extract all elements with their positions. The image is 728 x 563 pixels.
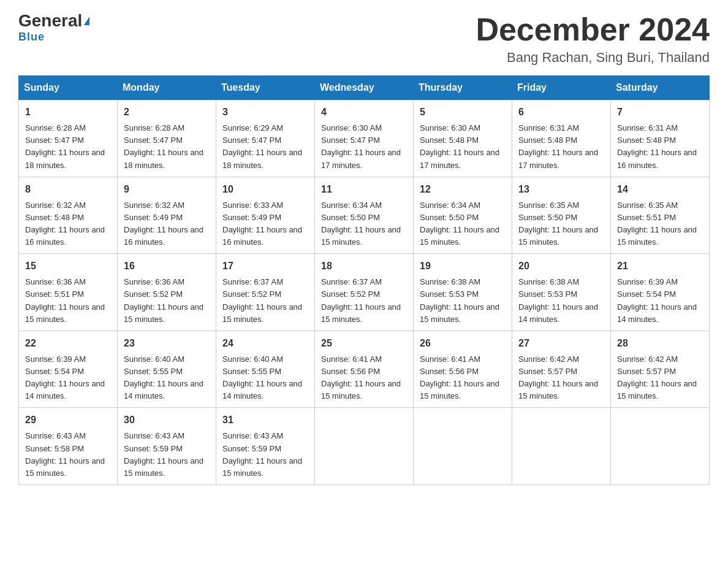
day-info: Sunrise: 6:39 AMSunset: 5:54 PMDaylight:… (617, 277, 697, 323)
calendar-cell: 1 Sunrise: 6:28 AMSunset: 5:47 PMDayligh… (19, 100, 118, 177)
calendar-cell: 15 Sunrise: 6:36 AMSunset: 5:51 PMDaylig… (19, 254, 118, 331)
col-monday: Monday (118, 76, 216, 100)
day-info: Sunrise: 6:43 AMSunset: 5:59 PMDaylight:… (222, 431, 302, 477)
calendar-cell: 16 Sunrise: 6:36 AMSunset: 5:52 PMDaylig… (118, 254, 216, 331)
calendar-cell (512, 408, 611, 485)
calendar-cell: 27 Sunrise: 6:42 AMSunset: 5:57 PMDaylig… (512, 331, 611, 408)
calendar-cell: 14 Sunrise: 6:35 AMSunset: 5:51 PMDaylig… (611, 177, 710, 254)
day-number: 19 (420, 259, 506, 274)
calendar-cell: 28 Sunrise: 6:42 AMSunset: 5:57 PMDaylig… (611, 331, 710, 408)
day-number: 7 (617, 105, 703, 120)
location-subtitle: Bang Rachan, Sing Buri, Thailand (476, 50, 710, 66)
day-number: 12 (420, 182, 506, 197)
title-area: December 2024 Bang Rachan, Sing Buri, Th… (476, 12, 710, 66)
day-number: 31 (222, 413, 308, 427)
day-number: 25 (321, 336, 407, 351)
day-number: 24 (222, 336, 308, 351)
calendar-cell: 4 Sunrise: 6:30 AMSunset: 5:47 PMDayligh… (315, 100, 414, 177)
col-friday: Friday (512, 76, 611, 100)
day-info: Sunrise: 6:42 AMSunset: 5:57 PMDaylight:… (617, 354, 697, 400)
day-number: 28 (617, 336, 703, 351)
day-info: Sunrise: 6:30 AMSunset: 5:48 PMDaylight:… (420, 123, 499, 169)
calendar-cell: 24 Sunrise: 6:40 AMSunset: 5:55 PMDaylig… (216, 331, 315, 408)
day-info: Sunrise: 6:28 AMSunset: 5:47 PMDaylight:… (25, 123, 105, 169)
calendar-cell: 18 Sunrise: 6:37 AMSunset: 5:52 PMDaylig… (315, 254, 414, 331)
day-info: Sunrise: 6:43 AMSunset: 5:59 PMDaylight:… (124, 431, 203, 477)
day-number: 5 (420, 105, 506, 120)
calendar-cell: 22 Sunrise: 6:39 AMSunset: 5:54 PMDaylig… (19, 331, 118, 408)
calendar-cell (315, 408, 414, 485)
day-info: Sunrise: 6:33 AMSunset: 5:49 PMDaylight:… (222, 201, 302, 247)
calendar-cell: 25 Sunrise: 6:41 AMSunset: 5:56 PMDaylig… (315, 331, 414, 408)
day-info: Sunrise: 6:39 AMSunset: 5:54 PMDaylight:… (25, 354, 105, 400)
day-info: Sunrise: 6:35 AMSunset: 5:51 PMDaylight:… (617, 201, 697, 247)
day-number: 22 (25, 336, 111, 351)
day-info: Sunrise: 6:32 AMSunset: 5:48 PMDaylight:… (25, 201, 105, 247)
day-number: 20 (518, 259, 604, 274)
day-number: 9 (124, 182, 210, 197)
day-number: 11 (321, 182, 407, 197)
day-info: Sunrise: 6:31 AMSunset: 5:48 PMDaylight:… (617, 123, 697, 169)
day-info: Sunrise: 6:37 AMSunset: 5:52 PMDaylight:… (222, 277, 302, 323)
day-number: 2 (124, 105, 210, 120)
col-tuesday: Tuesday (216, 76, 315, 100)
day-number: 15 (25, 259, 111, 274)
day-info: Sunrise: 6:34 AMSunset: 5:50 PMDaylight:… (420, 201, 499, 247)
day-number: 4 (321, 105, 407, 120)
day-number: 23 (124, 336, 210, 351)
calendar-table: Sunday Monday Tuesday Wednesday Thursday… (18, 75, 710, 485)
calendar-cell: 31 Sunrise: 6:43 AMSunset: 5:59 PMDaylig… (216, 408, 315, 485)
day-info: Sunrise: 6:28 AMSunset: 5:47 PMDaylight:… (124, 123, 203, 169)
col-wednesday: Wednesday (315, 76, 414, 100)
day-number: 21 (617, 259, 703, 274)
calendar-cell: 23 Sunrise: 6:40 AMSunset: 5:55 PMDaylig… (118, 331, 216, 408)
day-info: Sunrise: 6:41 AMSunset: 5:56 PMDaylight:… (420, 354, 499, 400)
calendar-header-row: Sunday Monday Tuesday Wednesday Thursday… (19, 76, 710, 100)
calendar-cell: 13 Sunrise: 6:35 AMSunset: 5:50 PMDaylig… (512, 177, 611, 254)
day-info: Sunrise: 6:42 AMSunset: 5:57 PMDaylight:… (518, 354, 598, 400)
page-header: General Blue December 2024 Bang Rachan, … (18, 12, 710, 66)
calendar-cell: 11 Sunrise: 6:34 AMSunset: 5:50 PMDaylig… (315, 177, 414, 254)
calendar-cell: 9 Sunrise: 6:32 AMSunset: 5:49 PMDayligh… (118, 177, 216, 254)
day-info: Sunrise: 6:32 AMSunset: 5:49 PMDaylight:… (124, 201, 203, 247)
calendar-cell: 8 Sunrise: 6:32 AMSunset: 5:48 PMDayligh… (19, 177, 118, 254)
calendar-cell: 20 Sunrise: 6:38 AMSunset: 5:53 PMDaylig… (512, 254, 611, 331)
calendar-week-row: 8 Sunrise: 6:32 AMSunset: 5:48 PMDayligh… (19, 177, 710, 254)
month-year-title: December 2024 (476, 12, 710, 47)
day-info: Sunrise: 6:31 AMSunset: 5:48 PMDaylight:… (518, 123, 598, 169)
calendar-cell: 3 Sunrise: 6:29 AMSunset: 5:47 PMDayligh… (216, 100, 315, 177)
day-number: 8 (25, 182, 111, 197)
calendar-cell: 2 Sunrise: 6:28 AMSunset: 5:47 PMDayligh… (118, 100, 216, 177)
day-number: 1 (25, 105, 111, 120)
calendar-cell: 19 Sunrise: 6:38 AMSunset: 5:53 PMDaylig… (414, 254, 512, 331)
day-info: Sunrise: 6:29 AMSunset: 5:47 PMDaylight:… (222, 123, 302, 169)
calendar-cell: 30 Sunrise: 6:43 AMSunset: 5:59 PMDaylig… (118, 408, 216, 485)
day-number: 18 (321, 259, 407, 274)
day-number: 6 (518, 105, 604, 120)
calendar-cell: 12 Sunrise: 6:34 AMSunset: 5:50 PMDaylig… (414, 177, 512, 254)
day-info: Sunrise: 6:41 AMSunset: 5:56 PMDaylight:… (321, 354, 401, 400)
day-info: Sunrise: 6:37 AMSunset: 5:52 PMDaylight:… (321, 277, 401, 323)
calendar-cell: 5 Sunrise: 6:30 AMSunset: 5:48 PMDayligh… (414, 100, 512, 177)
calendar-cell: 29 Sunrise: 6:43 AMSunset: 5:58 PMDaylig… (19, 408, 118, 485)
day-info: Sunrise: 6:40 AMSunset: 5:55 PMDaylight:… (222, 354, 302, 400)
calendar-cell: 10 Sunrise: 6:33 AMSunset: 5:49 PMDaylig… (216, 177, 315, 254)
day-info: Sunrise: 6:30 AMSunset: 5:47 PMDaylight:… (321, 123, 401, 169)
col-sunday: Sunday (19, 76, 118, 100)
col-saturday: Saturday (611, 76, 710, 100)
day-info: Sunrise: 6:38 AMSunset: 5:53 PMDaylight:… (518, 277, 598, 323)
day-number: 14 (617, 182, 703, 197)
calendar-cell: 6 Sunrise: 6:31 AMSunset: 5:48 PMDayligh… (512, 100, 611, 177)
day-number: 13 (518, 182, 604, 197)
calendar-cell: 17 Sunrise: 6:37 AMSunset: 5:52 PMDaylig… (216, 254, 315, 331)
logo-blue: Blue (18, 31, 45, 44)
logo-text: General (18, 12, 89, 29)
calendar-week-row: 22 Sunrise: 6:39 AMSunset: 5:54 PMDaylig… (19, 331, 710, 408)
day-number: 27 (518, 336, 604, 351)
day-number: 16 (124, 259, 210, 274)
day-number: 3 (222, 105, 308, 120)
logo: General Blue (18, 12, 89, 44)
calendar-week-row: 15 Sunrise: 6:36 AMSunset: 5:51 PMDaylig… (19, 254, 710, 331)
day-info: Sunrise: 6:36 AMSunset: 5:52 PMDaylight:… (124, 277, 203, 323)
calendar-cell: 26 Sunrise: 6:41 AMSunset: 5:56 PMDaylig… (414, 331, 512, 408)
